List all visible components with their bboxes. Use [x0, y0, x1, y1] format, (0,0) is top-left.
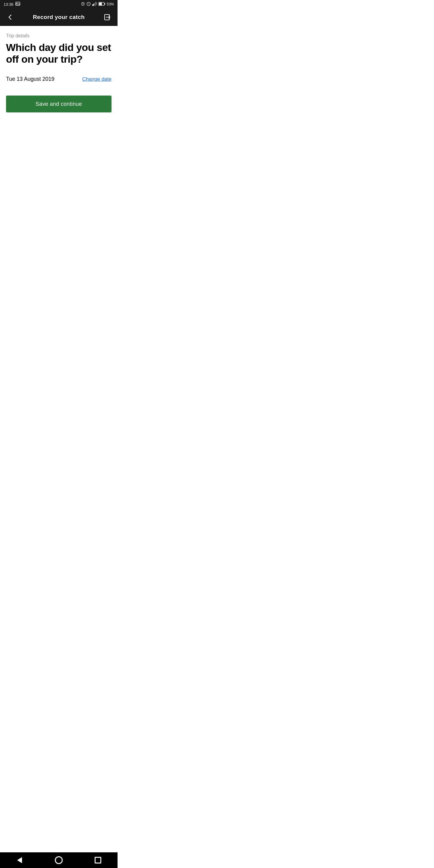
main-content: Trip details Which day did you set off o…: [0, 26, 118, 120]
change-date-link[interactable]: Change date: [82, 76, 112, 82]
exit-button[interactable]: [102, 12, 113, 23]
svg-rect-9: [92, 4, 93, 6]
svg-line-13: [96, 2, 97, 5]
svg-rect-10: [93, 4, 94, 6]
date-row: Tue 13 August 2019 Change date: [6, 76, 112, 82]
page-title: Record your catch: [33, 14, 85, 21]
svg-line-5: [82, 2, 82, 2]
gallery-icon: [16, 1, 20, 7]
status-bar-left: 13:36: [4, 1, 20, 7]
status-bar-right: 53%: [81, 2, 114, 7]
section-label: Trip details: [6, 33, 112, 38]
svg-rect-15: [99, 2, 102, 5]
svg-line-6: [84, 2, 84, 2]
svg-rect-0: [16, 2, 20, 5]
svg-line-4: [83, 4, 84, 4]
svg-rect-16: [104, 3, 105, 4]
status-bar: 13:36: [0, 0, 118, 8]
time-display: 13:36: [4, 2, 13, 7]
battery-percent: 53%: [107, 2, 114, 6]
back-button[interactable]: [5, 12, 16, 23]
top-nav: Record your catch: [0, 8, 118, 26]
save-continue-button[interactable]: Save and continue: [6, 96, 112, 113]
dnd-icon: [87, 2, 91, 7]
date-display: Tue 13 August 2019: [6, 76, 54, 82]
signal-icon: [92, 2, 97, 7]
svg-rect-12: [95, 2, 96, 6]
svg-rect-11: [94, 3, 95, 6]
question-heading: Which day did you set off on your trip?: [6, 41, 112, 65]
alarm-icon: [81, 2, 85, 7]
battery-icon: [98, 2, 105, 7]
